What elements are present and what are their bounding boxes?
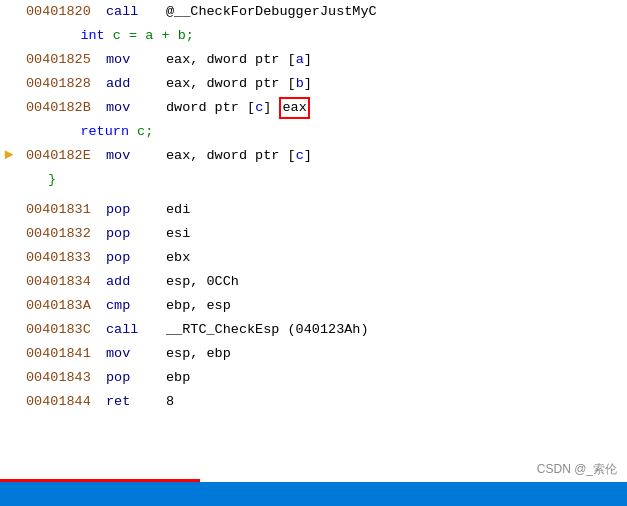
addr-00401834: 00401834 bbox=[18, 271, 98, 293]
bracket-c: c bbox=[255, 100, 263, 115]
operands-00401832: esi bbox=[158, 223, 627, 245]
operands-00401841: esp, ebp bbox=[158, 343, 627, 365]
line-0040182e: ► 0040182E mov eax, dword ptr [c] bbox=[0, 144, 627, 168]
addr-00401828: 00401828 bbox=[18, 73, 98, 95]
bracket-c2: c bbox=[296, 148, 304, 163]
mnemonic-00401843: pop bbox=[98, 367, 158, 389]
line-00401832: 00401832 pop esi bbox=[0, 222, 627, 246]
bracket-b: b bbox=[296, 76, 304, 91]
line-00401833: 00401833 pop ebx bbox=[0, 246, 627, 270]
mnemonic-0040183c: call bbox=[98, 319, 158, 341]
line-00401844: 00401844 ret 8 bbox=[0, 390, 627, 414]
mnemonic-00401832: pop bbox=[98, 223, 158, 245]
mnemonic-00401825: mov bbox=[98, 49, 158, 71]
line-0040183a: 0040183A cmp ebp, esp bbox=[0, 294, 627, 318]
mnemonic-00401833: pop bbox=[98, 247, 158, 269]
line-00401834: 00401834 add esp, 0CCh bbox=[0, 270, 627, 294]
operands-0040182b: dword ptr [c] eax bbox=[158, 97, 627, 119]
addr-0040183c: 0040183C bbox=[18, 319, 98, 341]
source-return: return c; bbox=[18, 121, 153, 143]
mnemonic-0040183a: cmp bbox=[98, 295, 158, 317]
current-line-arrow: ► bbox=[4, 145, 13, 167]
addr-00401820: 00401820 bbox=[18, 1, 98, 23]
addr-00401832: 00401832 bbox=[18, 223, 98, 245]
operands-00401833: ebx bbox=[158, 247, 627, 269]
line-source-brace: } bbox=[0, 168, 627, 192]
operands-00401844: 8 bbox=[158, 391, 627, 413]
eax-highlight: eax bbox=[279, 97, 309, 119]
watermark: CSDN @_索伦 bbox=[537, 461, 617, 478]
operands-0040183a: ebp, esp bbox=[158, 295, 627, 317]
bottom-bar bbox=[0, 482, 627, 506]
line-00401820: 00401820 call @__CheckForDebuggerJustMyC bbox=[0, 0, 627, 24]
keyword-return: return bbox=[80, 124, 129, 139]
line-00401843: 00401843 pop ebp bbox=[0, 366, 627, 390]
mnemonic-00401841: mov bbox=[98, 343, 158, 365]
mnemonic-0040182b: mov bbox=[98, 97, 158, 119]
line-source-return: return c; bbox=[0, 120, 627, 144]
mnemonic-00401828: add bbox=[98, 73, 158, 95]
mnemonic-00401820: call bbox=[98, 1, 158, 23]
source-brace: } bbox=[18, 169, 56, 191]
operands-00401843: ebp bbox=[158, 367, 627, 389]
keyword-int: int bbox=[80, 28, 104, 43]
operands-00401828: eax, dword ptr [b] bbox=[158, 73, 627, 95]
line-0040182b: 0040182B mov dword ptr [c] eax bbox=[0, 96, 627, 120]
line-00401828: 00401828 add eax, dword ptr [b] bbox=[0, 72, 627, 96]
addr-0040182e: 0040182E bbox=[18, 145, 98, 167]
bracket-a: a bbox=[296, 52, 304, 67]
operands-00401834: esp, 0CCh bbox=[158, 271, 627, 293]
operands-00401825: eax, dword ptr [a] bbox=[158, 49, 627, 71]
operands-0040183c: __RTC_CheckEsp (040123Ah) bbox=[158, 319, 627, 341]
addr-0040183a: 0040183A bbox=[18, 295, 98, 317]
addr-00401843: 00401843 bbox=[18, 367, 98, 389]
operands-00401831: edi bbox=[158, 199, 627, 221]
addr-0040182b: 0040182B bbox=[18, 97, 98, 119]
line-00401841: 00401841 mov esp, ebp bbox=[0, 342, 627, 366]
line-0040183c: 0040183C call __RTC_CheckEsp (040123Ah) bbox=[0, 318, 627, 342]
addr-00401825: 00401825 bbox=[18, 49, 98, 71]
line-source-int: int c = a + b; bbox=[0, 24, 627, 48]
line-00401831: 00401831 pop edi bbox=[0, 198, 627, 222]
code-view: 00401820 call @__CheckForDebuggerJustMyC… bbox=[0, 0, 627, 506]
operands-00401820: @__CheckForDebuggerJustMyC bbox=[158, 1, 627, 23]
addr-00401833: 00401833 bbox=[18, 247, 98, 269]
addr-00401831: 00401831 bbox=[18, 199, 98, 221]
source-int: int c = a + b; bbox=[18, 25, 194, 47]
operands-0040182e: eax, dword ptr [c] bbox=[158, 145, 627, 167]
addr-00401841: 00401841 bbox=[18, 343, 98, 365]
mnemonic-00401844: ret bbox=[98, 391, 158, 413]
mnemonic-00401834: add bbox=[98, 271, 158, 293]
arrow-col-0040182e: ► bbox=[0, 145, 18, 167]
addr-00401844: 00401844 bbox=[18, 391, 98, 413]
mnemonic-0040182e: mov bbox=[98, 145, 158, 167]
line-00401825: 00401825 mov eax, dword ptr [a] bbox=[0, 48, 627, 72]
mnemonic-00401831: pop bbox=[98, 199, 158, 221]
